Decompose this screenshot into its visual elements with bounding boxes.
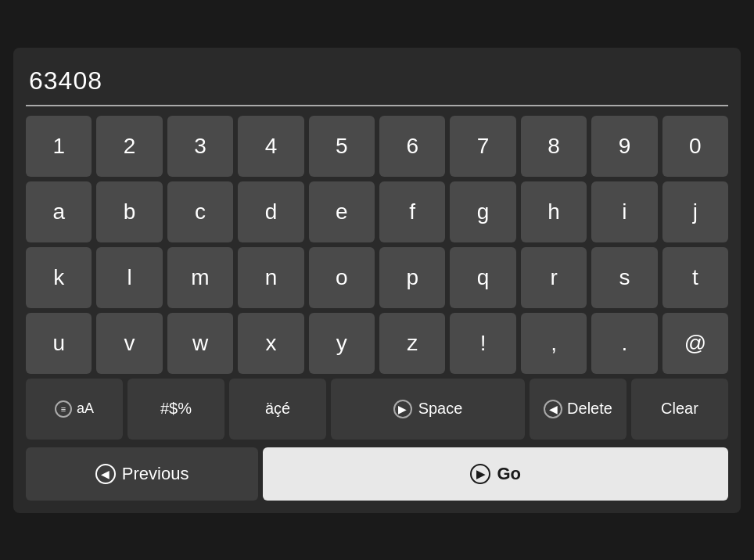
key-6[interactable]: 6 xyxy=(379,116,445,177)
key-x[interactable]: x xyxy=(238,313,303,374)
keyboard-container: 1 2 3 4 5 6 7 8 9 0 a b c d e f g h i j … xyxy=(13,48,741,513)
key-h[interactable]: h xyxy=(521,181,587,242)
key-delete[interactable]: ◀ Delete xyxy=(530,379,627,440)
key-2[interactable]: 2 xyxy=(96,116,162,177)
key-k[interactable]: k xyxy=(26,247,92,308)
key-b[interactable]: b xyxy=(96,181,162,242)
alpha-row-1: a b c d e f g h i j xyxy=(26,181,728,242)
key-9[interactable]: 9 xyxy=(591,116,657,177)
key-7[interactable]: 7 xyxy=(450,116,515,177)
key-clear[interactable]: Clear xyxy=(631,379,728,440)
input-row xyxy=(26,60,728,106)
key-1[interactable]: 1 xyxy=(26,116,92,177)
alpha-row-2: k l m n o p q r s t xyxy=(26,247,728,308)
key-q[interactable]: q xyxy=(450,247,515,308)
key-n[interactable]: n xyxy=(238,247,303,308)
key-a[interactable]: a xyxy=(26,181,92,242)
key-accents[interactable]: äçé xyxy=(229,379,326,440)
key-j[interactable]: j xyxy=(662,181,728,242)
key-z[interactable]: z xyxy=(379,313,445,374)
key-r[interactable]: r xyxy=(521,247,587,308)
key-y[interactable]: y xyxy=(309,313,375,374)
key-exclaim[interactable]: ! xyxy=(450,313,515,374)
key-comma[interactable]: , xyxy=(521,313,587,374)
key-v[interactable]: v xyxy=(96,313,162,374)
key-0[interactable]: 0 xyxy=(662,116,728,177)
key-f[interactable]: f xyxy=(379,181,445,242)
go-button[interactable]: ▶ Go xyxy=(263,447,728,501)
key-d[interactable]: d xyxy=(238,181,303,242)
key-g[interactable]: g xyxy=(450,181,515,242)
alpha-row-3: u v w x y z ! , . @ xyxy=(26,313,728,374)
key-3[interactable]: 3 xyxy=(167,116,233,177)
key-u[interactable]: u xyxy=(26,313,92,374)
key-4[interactable]: 4 xyxy=(238,116,303,177)
go-icon: ▶ xyxy=(470,464,490,484)
key-m[interactable]: m xyxy=(167,247,233,308)
number-row: 1 2 3 4 5 6 7 8 9 0 xyxy=(26,116,728,177)
key-s[interactable]: s xyxy=(591,247,657,308)
key-at[interactable]: @ xyxy=(662,313,728,374)
key-menu-aa[interactable]: ≡ aA xyxy=(26,379,123,440)
keys-grid: 1 2 3 4 5 6 7 8 9 0 a b c d e f g h i j … xyxy=(26,116,728,440)
key-l[interactable]: l xyxy=(96,247,162,308)
key-8[interactable]: 8 xyxy=(521,116,587,177)
previous-button[interactable]: ◀ Previous xyxy=(26,447,258,501)
key-w[interactable]: w xyxy=(167,313,233,374)
special-row: ≡ aA #$% äçé ▶ Space ◀ Delete Clear xyxy=(26,379,728,440)
previous-icon: ◀ xyxy=(95,464,116,484)
bottom-row: ◀ Previous ▶ Go xyxy=(26,447,728,501)
key-space[interactable]: ▶ Space xyxy=(331,379,525,440)
key-c[interactable]: c xyxy=(167,181,233,242)
key-t[interactable]: t xyxy=(662,247,728,308)
key-p[interactable]: p xyxy=(379,247,445,308)
key-i[interactable]: i xyxy=(591,181,657,242)
key-5[interactable]: 5 xyxy=(309,116,375,177)
key-e[interactable]: e xyxy=(309,181,375,242)
key-period[interactable]: . xyxy=(591,313,657,374)
key-o[interactable]: o xyxy=(309,247,375,308)
text-input[interactable] xyxy=(29,66,725,95)
key-symbols[interactable]: #$% xyxy=(127,379,224,440)
